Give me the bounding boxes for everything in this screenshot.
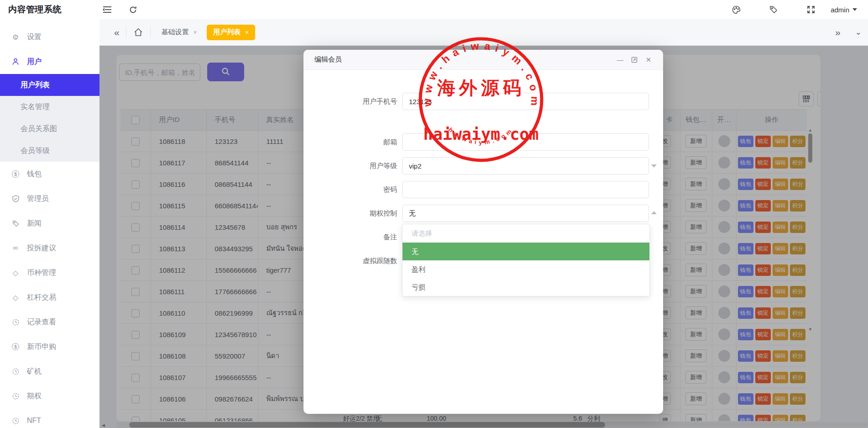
sidebar-item-0[interactable]: ⚙设置 xyxy=(0,25,99,49)
chevron-double-right-icon[interactable]: » xyxy=(829,27,847,38)
chevron-down-icon xyxy=(852,8,857,11)
field-label: 期权控制 xyxy=(303,205,397,222)
dialog-title: 编辑会员 xyxy=(314,55,342,64)
gear-icon: ⚙ xyxy=(11,33,20,42)
chevron-down-icon xyxy=(651,164,657,168)
sidebar-item-8[interactable]: 记录查看 xyxy=(0,310,99,334)
sidebar-item-label: 矿机 xyxy=(27,367,42,376)
sidebar-item-10[interactable]: 矿机 xyxy=(0,359,99,384)
sidebar-item-label: 设置 xyxy=(27,32,42,42)
sidebar-subitem[interactable]: 会员关系图 xyxy=(0,118,99,140)
app-title: 内容管理系统 xyxy=(0,4,99,16)
sidebar-item-4[interactable]: 新闻 xyxy=(0,211,99,236)
tag-icon xyxy=(11,220,20,227)
input-用户手机号[interactable] xyxy=(402,93,649,110)
sidebar-menu: ⚙设置用户用户列表实名管理会员关系图会员等级$钱包管理员新闻∞投拆建议◇币种管理… xyxy=(0,19,99,428)
minimize-icon[interactable]: — xyxy=(617,56,624,63)
sidebar-item-3[interactable]: 管理员 xyxy=(0,186,99,211)
input-密码[interactable] xyxy=(402,181,649,198)
tab-close-icon[interactable]: × xyxy=(245,29,249,36)
infinity-icon: ∞ xyxy=(11,244,20,252)
maximize-icon[interactable] xyxy=(631,56,638,63)
input-邮箱[interactable] xyxy=(402,133,649,151)
sidebar-subitem[interactable]: 会员等级 xyxy=(0,140,99,162)
sidebar-subitem[interactable]: 实名管理 xyxy=(0,96,99,118)
divider xyxy=(150,26,151,38)
field-label: 备注 xyxy=(303,228,397,246)
dollar-icon: $ xyxy=(11,343,20,350)
dialog-controls: — ✕ xyxy=(617,56,652,63)
sidebar-item-label: 记录查看 xyxy=(27,317,56,327)
option-dropdown: 请选择无盈利亏损 xyxy=(402,224,650,296)
dollar-icon: $ xyxy=(11,170,20,178)
edit-member-dialog: 编辑会员 — ✕ 用户手机号邮箱用户等级vip2密码期权控制无备注虚拟跟随数请选… xyxy=(303,50,663,414)
field-label: 密码 xyxy=(303,181,397,198)
tabs-menu-chevron-icon[interactable]: ⌄ xyxy=(855,27,862,37)
topbar-right: admin xyxy=(728,2,868,17)
app-root: 内容管理系统 admin xyxy=(0,0,868,428)
dialog-header[interactable]: 编辑会员 — ✕ xyxy=(303,50,663,70)
clock-icon xyxy=(11,368,20,375)
field-label: 用户手机号 xyxy=(303,93,397,110)
clock-icon xyxy=(11,393,20,400)
theme-palette-icon[interactable] xyxy=(728,2,744,17)
sidebar-item-9[interactable]: $新币申购 xyxy=(0,334,99,359)
topbar: 内容管理系统 admin xyxy=(0,0,868,19)
close-icon[interactable]: ✕ xyxy=(645,56,652,63)
user-name: admin xyxy=(831,6,849,14)
clock-icon xyxy=(11,417,20,424)
select-用户等级[interactable]: vip2 xyxy=(402,157,649,174)
sidebar-subitem[interactable]: 用户列表 xyxy=(0,74,99,96)
dropdown-option-亏损[interactable]: 亏损 xyxy=(403,278,649,296)
fullscreen-icon[interactable] xyxy=(803,2,819,17)
sidebar-item-2[interactable]: $钱包 xyxy=(0,162,99,186)
field-label: 用户等级 xyxy=(303,157,397,174)
chevron-double-left-icon[interactable]: « xyxy=(108,27,126,38)
sidebar-item-label: 投拆建议 xyxy=(27,243,56,253)
tab-基础设置[interactable]: 基础设置× xyxy=(155,25,204,40)
sidebar-item-label: NFT xyxy=(27,417,41,425)
user-icon xyxy=(11,58,20,65)
tab-close-icon[interactable]: × xyxy=(193,29,197,36)
dropdown-placeholder: 请选择 xyxy=(403,224,649,243)
dropdown-option-盈利[interactable]: 盈利 xyxy=(403,260,649,278)
diamond-icon: ◇ xyxy=(11,269,20,277)
diamond-icon: ◇ xyxy=(11,293,20,302)
shield-icon xyxy=(11,195,20,202)
tag-icon[interactable] xyxy=(766,2,781,17)
home-icon[interactable] xyxy=(126,28,150,37)
form-row-2: 用户等级vip2 xyxy=(303,157,663,174)
select-期权控制[interactable]: 无 xyxy=(402,205,649,222)
sidebar-item-11[interactable]: 期权 xyxy=(0,384,99,408)
collapse-menu-icon[interactable] xyxy=(99,2,115,17)
refresh-icon[interactable] xyxy=(125,2,141,17)
tab-label: 用户列表 xyxy=(213,28,241,37)
form-row-0: 用户手机号 xyxy=(303,93,663,110)
form-row-3: 密码 xyxy=(303,181,663,198)
sidebar-item-users[interactable]: 用户 xyxy=(0,49,99,74)
clock-icon xyxy=(11,319,20,326)
sidebar-item-12[interactable]: NFT xyxy=(0,408,99,428)
tabbar: « 基础设置×用户列表× » ⌄ xyxy=(99,19,868,46)
sidebar-item-label: 钱包 xyxy=(27,169,42,179)
sidebar-item-label: 期权 xyxy=(27,391,42,401)
tab-用户列表[interactable]: 用户列表× xyxy=(207,25,255,40)
sidebar-item-label: 管理员 xyxy=(27,194,49,204)
sidebar-item-label: 新闻 xyxy=(27,219,42,228)
field-label: 邮箱 xyxy=(303,133,397,151)
dropdown-option-无[interactable]: 无 xyxy=(403,243,649,260)
open-tabs: 基础设置×用户列表× xyxy=(155,25,255,40)
sidebar-item-label: 币种管理 xyxy=(27,268,56,278)
sidebar-item-label: 新币申购 xyxy=(27,342,56,352)
user-menu[interactable]: admin xyxy=(831,6,857,14)
tabbar-right: » ⌄ xyxy=(829,27,868,38)
sidebar: ⚙设置用户用户列表实名管理会员关系图会员等级$钱包管理员新闻∞投拆建议◇币种管理… xyxy=(0,19,99,428)
sidebar-item-7[interactable]: ◇杠杆交易 xyxy=(0,285,99,310)
sidebar-item-label: 杠杆交易 xyxy=(27,293,56,302)
tab-label: 基础设置 xyxy=(162,28,189,37)
chevron-up-icon xyxy=(651,211,657,214)
form-row-4: 期权控制无 xyxy=(303,205,663,222)
sidebar-item-5[interactable]: ∞投拆建议 xyxy=(0,236,99,260)
sidebar-item-label: 用户 xyxy=(27,57,42,67)
sidebar-item-6[interactable]: ◇币种管理 xyxy=(0,260,99,285)
